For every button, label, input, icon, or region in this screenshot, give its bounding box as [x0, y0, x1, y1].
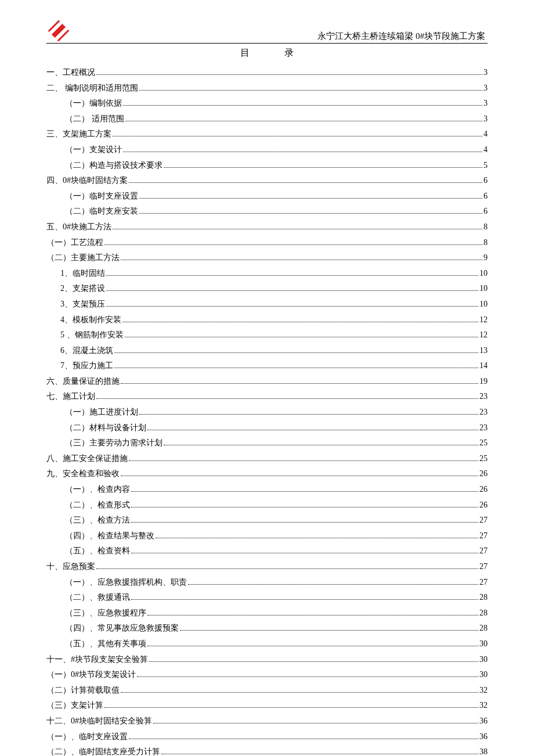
toc-entry-page: 4: [484, 142, 488, 158]
toc-entry[interactable]: （三）主要劳动力需求计划25: [46, 435, 488, 451]
toc-entry-page: 3: [484, 65, 488, 81]
toc-entry[interactable]: 十、应急预案27: [46, 559, 488, 575]
toc-entry[interactable]: （一）支架设计4: [46, 142, 488, 158]
toc-entry-label: （一）施工进度计划: [65, 405, 138, 420]
toc-entry[interactable]: 十二、0#块临时固结安全验算36: [46, 714, 488, 729]
toc-leader-dots: [153, 723, 478, 723]
toc-entry-page: 26: [479, 482, 488, 498]
toc-entry[interactable]: （五）、检查资料27: [46, 543, 488, 559]
toc-entry[interactable]: （二）材料与设备计划23: [46, 420, 488, 436]
toc-leader-dots: [180, 630, 478, 631]
toc-entry-page: 30: [479, 636, 488, 652]
toc-entry-label: （一）编制依据: [65, 96, 122, 111]
toc-entry-page: 38: [479, 744, 488, 756]
toc-entry-page: 27: [479, 575, 488, 591]
toc-entry-label: 八、施工安全保证措施: [46, 451, 128, 467]
toc-entry[interactable]: 十一、#块节段支架安全验算30: [46, 652, 488, 668]
toc-entry[interactable]: （一）0#块节段支架设计30: [46, 667, 488, 683]
toc-leader-dots: [164, 445, 478, 445]
toc-leader-dots: [131, 491, 478, 492]
toc-entry-page: 25: [479, 435, 488, 451]
toc-leader-dots: [123, 152, 482, 152]
toc-entry-label: 十二、0#块临时固结安全验算: [46, 714, 152, 729]
toc-entry[interactable]: （一）、检查内容26: [46, 482, 488, 498]
toc-entry-page: 28: [479, 621, 488, 636]
toc-entry[interactable]: 八、施工安全保证措施25: [46, 451, 488, 467]
toc-entry-page: 23: [479, 405, 488, 420]
toc-entry[interactable]: 2、支架搭设10: [46, 281, 488, 297]
toc-entry[interactable]: 6、混凝土浇筑13: [46, 343, 488, 359]
toc-entry[interactable]: 3、支架预压10: [46, 297, 488, 312]
toc-entry-page: 13: [479, 343, 488, 359]
toc-entry[interactable]: （二） 适用范围3: [46, 111, 488, 127]
toc-entry-page: 12: [479, 312, 488, 328]
toc-entry-page: 12: [479, 327, 488, 343]
toc-entry[interactable]: （一）施工进度计划23: [46, 405, 488, 420]
toc-entry-page: 26: [479, 498, 488, 513]
toc-entry-page: 26: [479, 466, 488, 482]
toc-entry-page: 32: [479, 683, 488, 699]
toc-entry[interactable]: （三）、应急救援程序28: [46, 606, 488, 621]
toc-entry[interactable]: （一）、临时支座设置36: [46, 729, 488, 745]
toc-entry-page: 19: [479, 374, 488, 390]
toc-entry[interactable]: 4、模板制作安装12: [46, 312, 488, 328]
toc-entry[interactable]: （一）工艺流程8: [46, 235, 488, 251]
toc-entry-label: 十一、#块节段支架安全验算: [46, 652, 148, 668]
toc-leader-dots: [121, 692, 478, 693]
toc-entry-page: 9: [484, 250, 488, 266]
toc-entry[interactable]: （三）支架计算32: [46, 698, 488, 714]
toc-entry-page: 36: [479, 729, 488, 745]
toc-entry[interactable]: （三）、检查方法27: [46, 513, 488, 528]
toc-entry-page: 6: [484, 173, 488, 189]
toc-entry[interactable]: （一）、应急救援指挥机构、职责27: [46, 575, 488, 591]
toc-entry[interactable]: （一）编制依据3: [46, 96, 488, 111]
toc-entry[interactable]: 九、安全检查和验收26: [46, 466, 488, 482]
toc-entry[interactable]: （二）主要施工方法9: [46, 250, 488, 266]
toc-entry[interactable]: （五）、其他有关事项30: [46, 636, 488, 652]
toc-entry[interactable]: （四）、检查结果与整改27: [46, 528, 488, 544]
toc-entry[interactable]: 5 、钢筋制作安装12: [46, 327, 488, 343]
toc-entry-page: 10: [479, 266, 488, 282]
toc-leader-dots: [125, 337, 479, 337]
toc-entry[interactable]: 四、0#块临时固结方案6: [46, 173, 488, 189]
toc-entry-page: 30: [479, 667, 488, 683]
toc-entry-label: （三）、检查方法: [65, 513, 130, 528]
toc-entry-label: （一）、检查内容: [65, 482, 130, 498]
toc-entry-label: 四、0#块临时固结方案: [46, 173, 128, 189]
toc-leader-dots: [104, 707, 478, 708]
toc-entry[interactable]: 1、临时固结10: [46, 266, 488, 282]
toc-entry-label: （一）、临时支座设置: [46, 729, 128, 745]
toc-entry-label: 十、应急预案: [46, 559, 95, 575]
toc-entry[interactable]: 五、0#块施工方法8: [46, 219, 488, 235]
toc-entry[interactable]: 三、支架施工方案4: [46, 127, 488, 142]
toc-leader-dots: [147, 615, 478, 615]
toc-entry-page: 8: [484, 235, 488, 251]
toc-entry[interactable]: 一、工程概况3: [46, 65, 488, 81]
toc-entry-label: 6、混凝土浇筑: [60, 343, 113, 359]
toc-leader-dots: [131, 553, 478, 553]
toc-entry[interactable]: 7、预应力施工14: [46, 358, 488, 374]
toc-leader-dots: [96, 398, 478, 399]
toc-leader-dots: [114, 368, 478, 368]
toc-entry[interactable]: （四）、常见事故应急救援预案28: [46, 621, 488, 636]
toc-entry[interactable]: 二、 编制说明和适用范围3: [46, 81, 488, 96]
toc-entry-page: 10: [479, 281, 488, 297]
toc-entry[interactable]: （二）、检查形式26: [46, 498, 488, 513]
toc-entry-label: （三）、应急救援程序: [65, 606, 146, 621]
toc-entry[interactable]: （二）、救援通讯28: [46, 590, 488, 606]
toc-entry[interactable]: （二）临时支座安装6: [46, 204, 488, 219]
toc-entry[interactable]: （二）计算荷载取值32: [46, 683, 488, 699]
toc-entry-label: 九、安全检查和验收: [46, 466, 120, 482]
toc-entry[interactable]: （二）、临时固结支座受力计算38: [46, 744, 488, 756]
toc-entry[interactable]: （二）构造与搭设技术要求5: [46, 158, 488, 174]
toc-entry-label: 3、支架预压: [60, 297, 105, 312]
toc-entry-label: （四）、常见事故应急救援预案: [65, 621, 179, 636]
toc-entry-page: 25: [479, 451, 488, 467]
toc-entry-label: 三、支架施工方案: [46, 127, 111, 142]
toc-entry[interactable]: 六、质量保证的措施19: [46, 374, 488, 390]
toc-leader-dots: [149, 661, 478, 662]
toc-entry[interactable]: （一）临时支座设置6: [46, 189, 488, 204]
toc-entry-label: （三）主要劳动力需求计划: [65, 435, 163, 451]
toc-entry[interactable]: 七、施工计划23: [46, 389, 488, 405]
toc-leader-dots: [147, 430, 478, 430]
